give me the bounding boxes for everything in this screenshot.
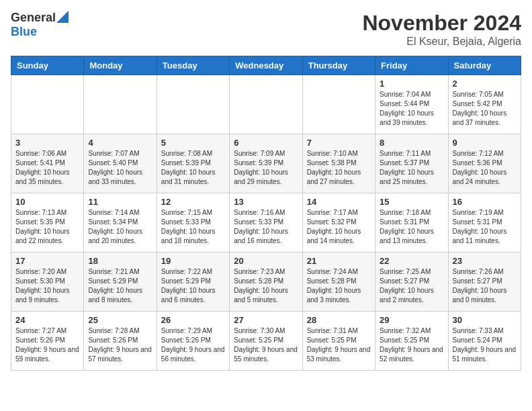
calendar-cell: 7Sunrise: 7:10 AM Sunset: 5:38 PM Daylig…: [302, 134, 375, 193]
day-number: 10: [15, 197, 79, 207]
day-number: 4: [88, 138, 152, 148]
day-info: Sunrise: 7:31 AM Sunset: 5:25 PM Dayligh…: [307, 326, 371, 364]
day-number: 2: [453, 79, 517, 89]
page-header: General Blue November 2024 El Kseur, Bej…: [11, 11, 521, 48]
day-info: Sunrise: 7:04 AM Sunset: 5:44 PM Dayligh…: [380, 90, 443, 128]
calendar-cell: 19Sunrise: 7:22 AM Sunset: 5:29 PM Dayli…: [157, 253, 229, 312]
day-number: 22: [380, 256, 443, 266]
calendar-cell: 30Sunrise: 7:33 AM Sunset: 5:24 PM Dayli…: [448, 312, 521, 371]
column-header-friday: Friday: [375, 56, 448, 75]
calendar-cell: 13Sunrise: 7:16 AM Sunset: 5:33 PM Dayli…: [230, 193, 302, 253]
calendar-cell: 9Sunrise: 7:12 AM Sunset: 5:36 PM Daylig…: [448, 134, 521, 193]
day-number: 23: [453, 256, 517, 266]
day-number: 28: [307, 315, 371, 325]
day-number: 1: [380, 79, 443, 89]
day-info: Sunrise: 7:28 AM Sunset: 5:26 PM Dayligh…: [88, 326, 152, 364]
month-year: November 2024: [362, 11, 521, 36]
logo: General Blue: [11, 11, 69, 39]
day-info: Sunrise: 7:25 AM Sunset: 5:27 PM Dayligh…: [380, 267, 443, 305]
day-info: Sunrise: 7:22 AM Sunset: 5:29 PM Dayligh…: [161, 267, 225, 305]
day-info: Sunrise: 7:30 AM Sunset: 5:25 PM Dayligh…: [234, 326, 298, 364]
day-number: 25: [88, 315, 152, 325]
day-info: Sunrise: 7:08 AM Sunset: 5:39 PM Dayligh…: [161, 149, 225, 187]
day-info: Sunrise: 7:12 AM Sunset: 5:36 PM Dayligh…: [453, 149, 517, 187]
day-info: Sunrise: 7:20 AM Sunset: 5:30 PM Dayligh…: [15, 267, 79, 305]
calendar-cell: 15Sunrise: 7:18 AM Sunset: 5:31 PM Dayli…: [375, 193, 448, 253]
day-info: Sunrise: 7:32 AM Sunset: 5:25 PM Dayligh…: [380, 326, 443, 364]
calendar-cell: 17Sunrise: 7:20 AM Sunset: 5:30 PM Dayli…: [11, 253, 84, 312]
day-number: 8: [380, 138, 443, 148]
day-info: Sunrise: 7:16 AM Sunset: 5:33 PM Dayligh…: [234, 208, 298, 246]
calendar-cell: 3Sunrise: 7:06 AM Sunset: 5:41 PM Daylig…: [11, 134, 84, 193]
day-info: Sunrise: 7:23 AM Sunset: 5:28 PM Dayligh…: [234, 267, 298, 305]
day-number: 3: [15, 138, 79, 148]
day-number: 11: [88, 197, 152, 207]
day-number: 29: [380, 315, 443, 325]
day-number: 5: [161, 138, 225, 148]
logo-blue: Blue: [11, 25, 37, 38]
calendar-cell: [84, 75, 157, 134]
day-info: Sunrise: 7:09 AM Sunset: 5:39 PM Dayligh…: [234, 149, 298, 187]
logo-line: General: [11, 11, 69, 25]
day-number: 12: [161, 197, 225, 207]
calendar-cell: 28Sunrise: 7:31 AM Sunset: 5:25 PM Dayli…: [302, 312, 375, 371]
calendar-week-row: 3Sunrise: 7:06 AM Sunset: 5:41 PM Daylig…: [11, 134, 521, 193]
calendar-cell: [302, 75, 375, 134]
calendar-cell: 6Sunrise: 7:09 AM Sunset: 5:39 PM Daylig…: [230, 134, 302, 193]
day-info: Sunrise: 7:05 AM Sunset: 5:42 PM Dayligh…: [453, 90, 517, 128]
day-info: Sunrise: 7:27 AM Sunset: 5:26 PM Dayligh…: [15, 326, 79, 364]
calendar-cell: [11, 75, 84, 134]
day-number: 20: [234, 256, 298, 266]
day-info: Sunrise: 7:33 AM Sunset: 5:24 PM Dayligh…: [453, 326, 517, 364]
day-number: 6: [234, 138, 298, 148]
calendar-week-row: 17Sunrise: 7:20 AM Sunset: 5:30 PM Dayli…: [11, 253, 521, 312]
logo-blue-line: Blue: [11, 25, 37, 39]
calendar-cell: 4Sunrise: 7:07 AM Sunset: 5:40 PM Daylig…: [84, 134, 157, 193]
calendar-cell: 11Sunrise: 7:14 AM Sunset: 5:34 PM Dayli…: [84, 193, 157, 253]
day-info: Sunrise: 7:06 AM Sunset: 5:41 PM Dayligh…: [15, 149, 79, 187]
column-header-saturday: Saturday: [448, 56, 521, 75]
day-number: 21: [307, 256, 371, 266]
day-info: Sunrise: 7:29 AM Sunset: 5:26 PM Dayligh…: [161, 326, 225, 364]
day-number: 15: [380, 197, 443, 207]
day-info: Sunrise: 7:24 AM Sunset: 5:28 PM Dayligh…: [307, 267, 371, 305]
calendar-cell: 14Sunrise: 7:17 AM Sunset: 5:32 PM Dayli…: [302, 193, 375, 253]
logo-triangle-icon: [56, 11, 69, 23]
calendar-cell: 26Sunrise: 7:29 AM Sunset: 5:26 PM Dayli…: [157, 312, 229, 371]
calendar-cell: 24Sunrise: 7:27 AM Sunset: 5:26 PM Dayli…: [11, 312, 84, 371]
logo-general: General: [11, 11, 56, 25]
day-number: 30: [453, 315, 517, 325]
day-number: 16: [453, 197, 517, 207]
day-info: Sunrise: 7:10 AM Sunset: 5:38 PM Dayligh…: [307, 149, 371, 187]
day-info: Sunrise: 7:19 AM Sunset: 5:31 PM Dayligh…: [453, 208, 517, 246]
column-header-tuesday: Tuesday: [157, 56, 229, 75]
calendar-header-row: SundayMondayTuesdayWednesdayThursdayFrid…: [11, 56, 521, 75]
calendar-cell: [157, 75, 229, 134]
day-number: 26: [161, 315, 225, 325]
calendar-table: SundayMondayTuesdayWednesdayThursdayFrid…: [11, 56, 521, 371]
calendar-cell: 25Sunrise: 7:28 AM Sunset: 5:26 PM Dayli…: [84, 312, 157, 371]
day-info: Sunrise: 7:14 AM Sunset: 5:34 PM Dayligh…: [88, 208, 152, 246]
location: El Kseur, Bejaia, Algeria: [362, 36, 521, 48]
column-header-sunday: Sunday: [11, 56, 84, 75]
svg-marker-0: [56, 11, 69, 23]
column-header-monday: Monday: [84, 56, 157, 75]
day-info: Sunrise: 7:11 AM Sunset: 5:37 PM Dayligh…: [380, 149, 443, 187]
calendar-week-row: 24Sunrise: 7:27 AM Sunset: 5:26 PM Dayli…: [11, 312, 521, 371]
calendar-cell: 21Sunrise: 7:24 AM Sunset: 5:28 PM Dayli…: [302, 253, 375, 312]
day-info: Sunrise: 7:21 AM Sunset: 5:29 PM Dayligh…: [88, 267, 152, 305]
day-number: 18: [88, 256, 152, 266]
calendar-cell: 5Sunrise: 7:08 AM Sunset: 5:39 PM Daylig…: [157, 134, 229, 193]
day-number: 14: [307, 197, 371, 207]
day-info: Sunrise: 7:26 AM Sunset: 5:27 PM Dayligh…: [453, 267, 517, 305]
calendar-cell: 1Sunrise: 7:04 AM Sunset: 5:44 PM Daylig…: [375, 75, 448, 134]
calendar-cell: 29Sunrise: 7:32 AM Sunset: 5:25 PM Dayli…: [375, 312, 448, 371]
calendar-cell: 8Sunrise: 7:11 AM Sunset: 5:37 PM Daylig…: [375, 134, 448, 193]
day-number: 24: [15, 315, 79, 325]
calendar-cell: 10Sunrise: 7:13 AM Sunset: 5:35 PM Dayli…: [11, 193, 84, 253]
day-number: 7: [307, 138, 371, 148]
day-number: 9: [453, 138, 517, 148]
day-number: 27: [234, 315, 298, 325]
day-number: 19: [161, 256, 225, 266]
calendar-cell: 22Sunrise: 7:25 AM Sunset: 5:27 PM Dayli…: [375, 253, 448, 312]
